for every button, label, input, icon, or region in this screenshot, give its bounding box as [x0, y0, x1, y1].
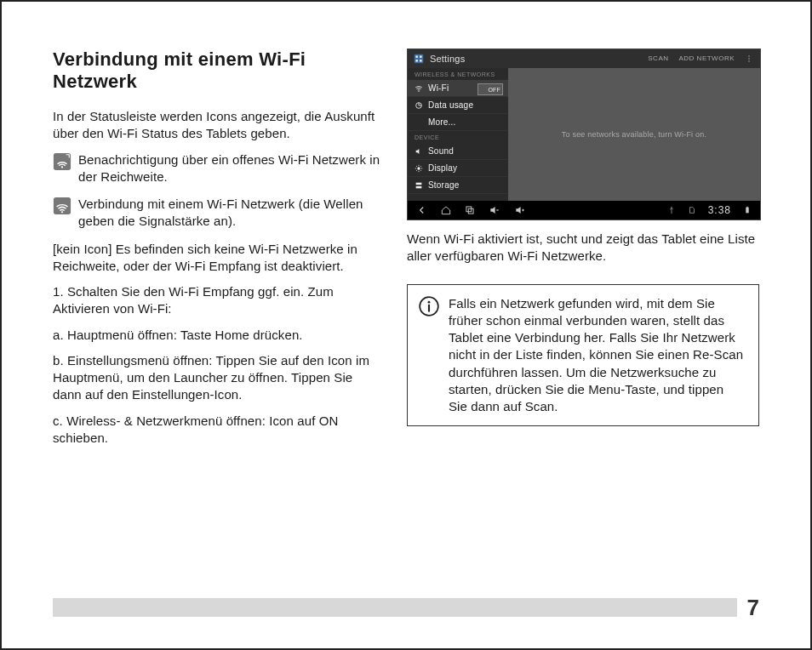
svg-rect-15: [416, 182, 422, 185]
svg-point-14: [417, 167, 420, 169]
page-footer: 7: [53, 596, 759, 619]
step-1b: b. Einstellungsmenü öffnen: Tippen Sie a…: [53, 352, 383, 404]
shot-sidebar: WIRELESS & NETWORKS Wi-Fi OFF Data usage: [408, 68, 508, 201]
step-1a: a. Hauptmenü öffnen: Taste Home drücken.: [53, 327, 383, 344]
clock: 3:38: [708, 204, 731, 216]
sound-icon: [415, 147, 423, 156]
shot-action-scan[interactable]: SCAN: [648, 54, 668, 63]
vol-down-icon[interactable]: [488, 204, 501, 216]
data-usage-icon: [415, 101, 423, 110]
shot-row-more[interactable]: More...: [408, 114, 508, 131]
connected-item: Verbindung mit einem Wi-Fi Netzwerk (die…: [53, 196, 383, 231]
svg-point-22: [428, 300, 431, 303]
no-icon-text: [kein Icon] Es befinden sich keine Wi-Fi…: [53, 241, 383, 276]
shot-topbar: Settings SCAN ADD NETWORK: [408, 49, 760, 68]
overflow-icon[interactable]: [745, 54, 753, 63]
svg-rect-20: [746, 207, 748, 208]
shot-wifi-label: Wi-Fi: [428, 83, 449, 93]
svg-rect-19: [746, 208, 748, 214]
svg-rect-4: [415, 54, 424, 64]
display-icon: [415, 164, 423, 173]
open-network-text: Benachrichtigung über ein offenes Wi-Fi …: [78, 151, 383, 186]
back-icon[interactable]: [416, 204, 428, 216]
vol-up-icon[interactable]: [513, 204, 527, 216]
shot-row-wifi[interactable]: Wi-Fi OFF: [408, 80, 508, 97]
tip-text: Falls ein Netzwerk gefunden wird, mit de…: [449, 295, 745, 416]
svg-rect-16: [416, 185, 422, 188]
shot-sound-label: Sound: [428, 146, 454, 156]
shot-app-title: Settings: [430, 54, 465, 64]
right-intro: Wenn Wi-Fi aktiviert ist, sucht und zeig…: [407, 231, 759, 265]
svg-rect-8: [420, 60, 421, 61]
shot-main: To see networks available, turn Wi-Fi on…: [508, 68, 760, 201]
wifi-connected-icon: [53, 197, 71, 215]
shot-hint: To see networks available, turn Wi-Fi on…: [562, 130, 706, 139]
shot-row-data[interactable]: Data usage: [408, 97, 508, 114]
svg-rect-7: [416, 60, 418, 61]
svg-rect-5: [416, 56, 418, 58]
svg-point-11: [748, 60, 750, 62]
info-icon: [418, 295, 440, 317]
wifi-toggle-label: OFF: [488, 87, 500, 93]
svg-rect-6: [420, 56, 421, 58]
battery-icon: [743, 204, 752, 216]
left-column: Verbindung mit einem Wi-Fi Netzwerk In d…: [53, 48, 383, 533]
right-column: Settings SCAN ADD NETWORK WIRELESS & NET…: [407, 48, 759, 533]
shot-more-label: More...: [428, 117, 456, 127]
tip-box: Falls ein Netzwerk gefunden wird, mit de…: [407, 284, 759, 427]
intro-text: In der Statusleiste werden Icons angezei…: [53, 108, 383, 143]
open-network-item: Benachrichtigung über ein offenes Wi-Fi …: [53, 151, 383, 186]
wifi-icon: [415, 84, 423, 93]
svg-point-1: [61, 166, 63, 168]
connected-text: Verbindung mit einem Wi-Fi Netzwerk (die…: [78, 196, 383, 231]
shot-row-storage[interactable]: Storage: [408, 177, 508, 194]
page-title: Verbindung mit einem Wi-Fi Netzwerk: [53, 48, 383, 93]
shot-display-label: Display: [428, 163, 457, 173]
shot-action-add[interactable]: ADD NETWORK: [679, 54, 735, 63]
shot-section-device: DEVICE: [408, 131, 508, 143]
svg-point-12: [418, 90, 419, 91]
storage-icon: [415, 181, 423, 190]
svg-rect-18: [468, 208, 473, 214]
sd-icon: [688, 206, 696, 214]
page-number: 7: [737, 595, 759, 621]
shot-navbar: 3:38: [408, 201, 760, 220]
shot-row-display[interactable]: Display: [408, 160, 508, 177]
svg-rect-17: [466, 207, 472, 212]
step-1: 1. Schalten Sie den Wi-Fi Empfang ggf. e…: [53, 283, 383, 318]
shot-data-label: Data usage: [428, 100, 473, 110]
shot-row-sound[interactable]: Sound: [408, 143, 508, 160]
home-icon[interactable]: [440, 204, 452, 216]
svg-point-3: [61, 211, 63, 213]
settings-app-icon: [413, 53, 425, 65]
svg-point-10: [748, 58, 750, 60]
shot-section-wireless: WIRELESS & NETWORKS: [408, 68, 508, 80]
shot-storage-label: Storage: [428, 180, 459, 190]
step-1c: c. Wireless- & Netzwerkmenü öffnen: Icon…: [53, 413, 383, 448]
settings-screenshot: Settings SCAN ADD NETWORK WIRELESS & NET…: [407, 48, 761, 220]
wifi-open-icon: [53, 152, 71, 171]
usb-icon: [667, 206, 676, 214]
footer-bar: [53, 598, 737, 617]
svg-point-9: [748, 55, 750, 57]
recent-icon[interactable]: [464, 204, 476, 216]
wifi-toggle[interactable]: OFF: [477, 83, 503, 95]
svg-rect-23: [428, 304, 430, 311]
